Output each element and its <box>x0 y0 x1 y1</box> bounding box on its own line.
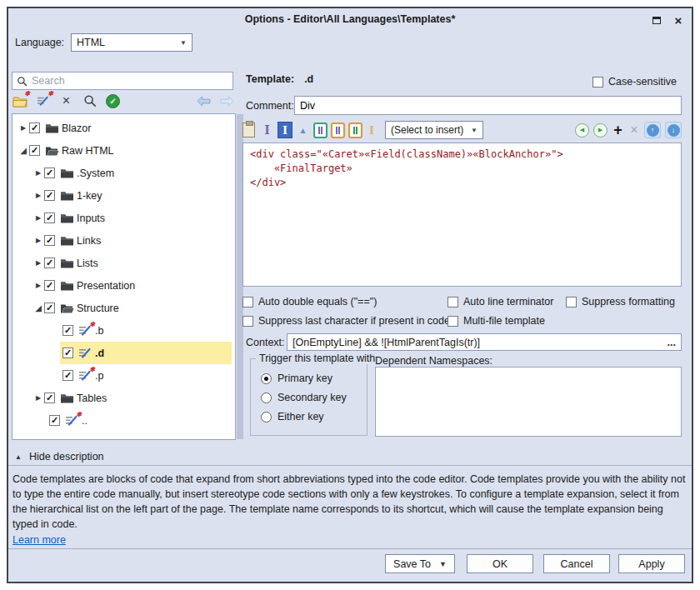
secondary-key-radio[interactable] <box>261 392 272 403</box>
multi-file-template-option[interactable]: Multi-file template <box>448 315 545 327</box>
tree-item-inputs[interactable]: ▶ ✓ Inputs <box>12 207 232 229</box>
checkbox[interactable]: ✓ <box>44 212 55 223</box>
checkbox[interactable]: ✓ <box>49 415 60 426</box>
checkbox[interactable]: ✓ <box>62 348 73 358</box>
block-anchor-icon[interactable]: ▲ <box>296 126 310 135</box>
checkbox[interactable]: ✓ <box>44 280 55 291</box>
suppress-last-character-option[interactable]: Suppress last character if present in co… <box>242 315 450 327</box>
tree-item-structure[interactable]: ◢ ✓ Structure <box>12 297 232 319</box>
delete-button[interactable]: × <box>58 93 74 109</box>
checkbox[interactable]: ✓ <box>62 370 73 381</box>
ok-button[interactable]: OK <box>467 554 533 573</box>
auto-line-terminator-option[interactable]: Auto line terminator <box>448 296 553 308</box>
checkbox[interactable]: ✓ <box>62 325 73 336</box>
checkbox[interactable]: ✓ <box>29 122 40 133</box>
caret-marker-selected-icon[interactable]: I <box>278 122 292 138</box>
suppress-formatting-option[interactable]: Suppress formatting <box>566 296 675 308</box>
expander-icon[interactable]: ▶ <box>32 237 44 244</box>
tree-item-presentation[interactable]: ▶ ✓ Presentation <box>12 274 232 297</box>
caret-marker-icon[interactable]: I <box>260 123 274 137</box>
expander-icon[interactable]: ▶ <box>32 169 44 177</box>
tree-item-template-d-selected[interactable]: ✓ .d <box>12 342 232 364</box>
context-browse-button[interactable]: ... <box>668 337 676 348</box>
next-field-button[interactable]: ▶ <box>593 123 608 138</box>
expander-icon[interactable]: ▶ <box>32 282 44 289</box>
auto-double-equals-checkbox[interactable] <box>242 297 253 308</box>
search-box[interactable] <box>12 72 233 90</box>
find-button[interactable] <box>82 93 98 109</box>
tree-item-links[interactable]: ▶ ✓ Links <box>12 229 232 252</box>
template-code-editor[interactable]: <div class="«Caret»«Field(className)»«Bl… <box>242 142 682 287</box>
suppress-last-character-checkbox[interactable] <box>242 316 253 327</box>
remove-button[interactable]: × <box>628 123 640 137</box>
close-button[interactable]: × <box>670 12 687 28</box>
secondary-key-option[interactable]: Secondary key <box>261 392 347 403</box>
navigate-forward-button[interactable] <box>219 93 235 109</box>
tree-item-label: Blazor <box>62 122 91 134</box>
tree-item-system[interactable]: ▶ ✓ .System <box>12 162 232 184</box>
auto-double-equals-option[interactable]: Auto double equals ("==") <box>242 296 377 308</box>
field-marker-orange-icon[interactable] <box>331 122 345 138</box>
navigate-back-button[interactable] <box>196 93 212 109</box>
checkbox[interactable]: ✓ <box>44 235 55 246</box>
tree-item-label: .System <box>77 168 114 179</box>
enable-all-button[interactable]: ✓ <box>105 93 121 109</box>
suppress-formatting-checkbox[interactable] <box>566 297 577 308</box>
tree-item-blazor[interactable]: ▶ ✓ Blazor <box>12 117 232 139</box>
check-icon: ✓ <box>46 168 53 178</box>
dropdown-arrow-icon: ▼ <box>439 560 447 568</box>
context-field[interactable]: [OnEmptyLine] && ![HtmlParentTagIs(tr)] … <box>287 333 682 351</box>
apply-button[interactable]: Apply <box>618 554 685 573</box>
checkbox[interactable]: ✓ <box>44 392 55 403</box>
prev-field-button[interactable]: ◀ <box>575 123 589 138</box>
hide-description-toggle[interactable]: ▲ Hide description <box>15 451 104 462</box>
auto-line-terminator-checkbox[interactable] <box>448 297 458 308</box>
select-to-insert-dropdown[interactable]: (Select to insert) ▼ <box>385 121 483 139</box>
tree-item-template-p[interactable]: ✓ ✱ .p <box>12 364 232 387</box>
search-input[interactable] <box>32 75 228 87</box>
maximize-button[interactable] <box>648 12 665 28</box>
expander-icon[interactable]: ▶ <box>18 124 29 132</box>
comment-input[interactable] <box>300 100 676 112</box>
field-marker-green-icon[interactable] <box>313 122 328 138</box>
final-target-icon[interactable]: I <box>366 124 378 137</box>
field-marker-orange-green-icon[interactable] <box>348 122 362 138</box>
folder-open-icon <box>45 144 59 157</box>
primary-key-option[interactable]: Primary key <box>261 372 332 384</box>
expander-icon[interactable]: ◢ <box>18 146 29 155</box>
expander-icon[interactable]: ▶ <box>32 394 44 402</box>
tree-item-raw-html[interactable]: ◢ ✓ Raw HTML <box>12 139 232 162</box>
either-key-radio[interactable] <box>261 412 272 422</box>
case-sensitive-checkbox[interactable] <box>592 77 603 88</box>
move-down-button[interactable]: ↓ <box>665 122 682 138</box>
primary-key-radio[interactable] <box>261 373 272 384</box>
tree-item-template-dots[interactable]: ✓ ✱ .. <box>12 409 232 432</box>
checkbox[interactable]: ✓ <box>44 302 55 313</box>
expander-icon[interactable]: ◢ <box>32 303 44 312</box>
save-to-button[interactable]: Save To ▼ <box>385 554 455 573</box>
paste-icon[interactable] <box>242 122 255 138</box>
new-template-button[interactable]: ✱ <box>35 93 51 109</box>
checkbox[interactable]: ✓ <box>44 168 55 178</box>
tree-item-template-b[interactable]: ✓ ✱ .b <box>12 319 232 342</box>
expander-icon[interactable]: ▶ <box>32 214 44 222</box>
language-select[interactable]: HTML ▼ <box>71 33 192 52</box>
tree-item-1key[interactable]: ▶ ✓ 1-key <box>12 184 232 207</box>
namespaces-textarea[interactable] <box>375 367 682 437</box>
cancel-button[interactable]: Cancel <box>543 554 610 573</box>
expander-icon[interactable]: ▶ <box>32 259 44 267</box>
case-sensitive-option[interactable]: Case-sensitive <box>592 76 677 88</box>
add-button[interactable]: + <box>612 122 624 138</box>
tree-item-tables[interactable]: ▶ ✓ Tables <box>12 387 232 409</box>
template-tree: ▶ ✓ Blazor ◢ ✓ Raw HTML ▶ ✓ .System ▶ ✓ … <box>12 113 236 440</box>
checkbox[interactable]: ✓ <box>44 190 55 201</box>
new-category-button[interactable]: ✱ <box>12 93 28 109</box>
tree-item-lists[interactable]: ▶ ✓ Lists <box>12 252 232 274</box>
expander-icon[interactable]: ▶ <box>32 192 44 199</box>
either-key-option[interactable]: Either key <box>261 411 324 422</box>
learn-more-link[interactable]: Learn more <box>12 532 66 548</box>
checkbox[interactable]: ✓ <box>44 258 55 268</box>
multi-file-template-checkbox[interactable] <box>448 316 458 327</box>
checkbox[interactable]: ✓ <box>29 145 40 156</box>
move-up-button[interactable]: ↑ <box>644 122 661 138</box>
